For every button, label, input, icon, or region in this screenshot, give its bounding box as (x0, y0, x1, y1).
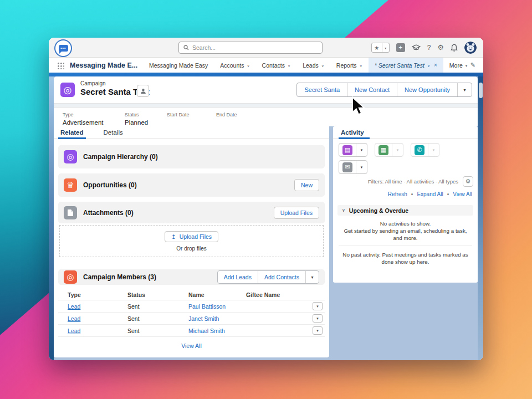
event-icon: ▦ (378, 145, 388, 155)
nav-tab-more[interactable]: More▾ (443, 58, 473, 73)
file-icon (67, 209, 74, 217)
activity-view-all-link[interactable]: View All (453, 191, 472, 197)
secret-santa-button[interactable]: Secret Santa (297, 83, 347, 96)
follow-button[interactable] (137, 85, 149, 97)
chevron-down-icon[interactable]: ∨ (247, 64, 249, 68)
campaign-members-icon: ◎ (64, 270, 77, 284)
add-contacts-button[interactable]: Add Contacts (258, 271, 305, 283)
field-end-date: End Date (216, 112, 237, 126)
section-chevron-icon[interactable]: ∨ (342, 208, 345, 213)
record-tabs: Related Details (54, 126, 329, 139)
new-event-button[interactable]: ▦ (375, 144, 392, 156)
add-leads-button[interactable]: Add Leads (218, 271, 258, 283)
tab-related[interactable]: Related (60, 126, 84, 139)
new-task-combo: ▤ ▾ (339, 143, 367, 157)
email-button[interactable]: ✉ (339, 161, 356, 173)
guidance-center-icon[interactable] (412, 44, 421, 51)
nav-tab-reports[interactable]: Reports∨ (330, 58, 369, 73)
upcoming-overdue-section[interactable]: ∨ Upcoming & Overdue (337, 205, 473, 216)
app-launcher-icon[interactable] (57, 62, 64, 69)
new-opportunity-button[interactable]: New Opportunity (397, 83, 457, 96)
record-action-group: Secret Santa New Contact New Opportunity… (296, 83, 472, 97)
refresh-link[interactable]: Refresh (388, 191, 407, 197)
table-row: Lead Sent Michael Smith ▾ (58, 325, 325, 337)
nav-tab-messaging-made-easy[interactable]: Messaging Made Easy (143, 58, 214, 73)
edit-nav-pencil-icon[interactable]: ✎ (470, 62, 475, 69)
help-icon[interactable]: ? (427, 44, 431, 52)
campaign-hierarchy-card[interactable]: ◎ Campaign Hierarchy (0) (58, 145, 325, 168)
no-past-activity-message: No past activity. Past meetings and task… (340, 251, 471, 265)
entity-label: Campaign (80, 80, 106, 86)
notifications-bell-icon[interactable] (451, 44, 458, 52)
filters-gear-icon[interactable]: ⚙ (463, 176, 473, 187)
campaign-members-table: Type Status Name Giftee Name Lead Sent P… (58, 289, 325, 337)
nav-tab-leads[interactable]: Leads∨ (296, 58, 330, 73)
more-actions-caret-icon[interactable]: ▾ (457, 83, 472, 96)
chevron-down-icon[interactable]: ∨ (427, 64, 430, 68)
chevron-down-icon[interactable]: ∨ (360, 64, 362, 68)
campaign-entity-icon: ◎ (60, 83, 75, 97)
favorites-caret-icon[interactable]: ▾ (382, 43, 389, 52)
row-actions-caret-icon[interactable]: ▾ (313, 326, 323, 335)
member-type-link[interactable]: Lead (58, 303, 118, 310)
highlight-fields: Type Advertisement Status Planned Start … (54, 108, 478, 126)
star-icon[interactable]: ★ (372, 43, 382, 52)
browser-window: ••• ★ ▾ + ? ⚙ (49, 38, 483, 360)
column-giftee-name[interactable]: Giftee Name (237, 291, 305, 298)
scrollbar-thumb[interactable] (479, 83, 483, 98)
activity-tabs: Activity (333, 126, 478, 139)
upload-files-button[interactable]: Upload Files (274, 207, 319, 219)
global-search[interactable] (178, 42, 323, 54)
member-name-link[interactable]: Janet Smith (179, 315, 237, 322)
new-opportunity-list-button[interactable]: New (294, 179, 319, 191)
row-actions-caret-icon[interactable]: ▾ (313, 302, 323, 310)
new-task-button[interactable]: ▤ (339, 144, 356, 156)
task-icon: ▤ (342, 145, 352, 155)
opportunities-card[interactable]: ♛ Opportunities (0) New (58, 173, 325, 197)
tab-details[interactable]: Details (104, 126, 123, 139)
task-caret-icon[interactable]: ▾ (356, 144, 367, 156)
app-navigation-bar: Messaging Made E... Messaging Made Easy … (49, 58, 483, 73)
nav-tab-secret-santa-test[interactable]: * Secret Santa Test ∨ × (369, 58, 443, 73)
search-input[interactable] (192, 44, 318, 51)
chevron-down-icon[interactable]: ∨ (321, 64, 324, 68)
favorites-button[interactable]: ★ ▾ (371, 43, 390, 53)
field-type: Type Advertisement (63, 112, 104, 126)
member-name-link[interactable]: Paul Battisson (179, 303, 237, 310)
chevron-down-icon[interactable]: ∨ (288, 64, 290, 68)
tab-activity[interactable]: Activity (341, 126, 364, 139)
table-header-row: Type Status Name Giftee Name (58, 289, 325, 300)
activity-links: Refresh • Expand All • View All (388, 191, 472, 197)
member-name-link[interactable]: Michael Smith (179, 328, 237, 334)
quick-create-icon[interactable]: + (396, 43, 405, 52)
new-contact-button[interactable]: New Contact (347, 83, 397, 96)
column-type[interactable]: Type (58, 291, 118, 298)
viewport-frame-left (49, 76, 54, 360)
close-tab-icon[interactable]: × (434, 62, 437, 68)
upload-files-drop-button[interactable]: ↥ Upload Files (165, 231, 218, 242)
nav-tab-contacts[interactable]: Contacts∨ (256, 58, 297, 73)
event-caret-icon: ▾ (392, 144, 403, 156)
members-more-caret-icon[interactable]: ▾ (305, 271, 319, 283)
column-name[interactable]: Name (179, 291, 237, 298)
app-name[interactable]: Messaging Made E... (70, 62, 137, 69)
speech-bubble-icon: ••• (59, 45, 68, 52)
email-caret-icon[interactable]: ▾ (356, 161, 367, 173)
file-drop-zone[interactable]: ↥ Upload Files Or drop files (59, 225, 324, 257)
drop-files-label: Or drop files (176, 245, 206, 252)
phone-icon: ✆ (415, 145, 424, 155)
table-row: Lead Sent Janet Smith ▾ (58, 313, 325, 325)
member-type-link[interactable]: Lead (58, 315, 118, 322)
campaign-members-card[interactable]: ◎ Campaign Members (3) Add Leads Add Con… (58, 269, 325, 285)
log-call-button[interactable]: ✆ (411, 144, 428, 156)
row-actions-caret-icon[interactable]: ▾ (313, 314, 323, 323)
column-status[interactable]: Status (118, 291, 179, 298)
member-type-link[interactable]: Lead (58, 328, 118, 334)
mouse-cursor (351, 96, 367, 119)
members-view-all-link[interactable]: View All (58, 339, 325, 352)
caret-down-icon[interactable]: ▾ (466, 64, 468, 68)
nav-tab-accounts[interactable]: Accounts∨ (214, 58, 255, 73)
user-avatar[interactable] (464, 42, 477, 54)
attachments-card[interactable]: Attachments (0) Upload Files (58, 202, 325, 223)
expand-all-link[interactable]: Expand All (417, 191, 443, 197)
